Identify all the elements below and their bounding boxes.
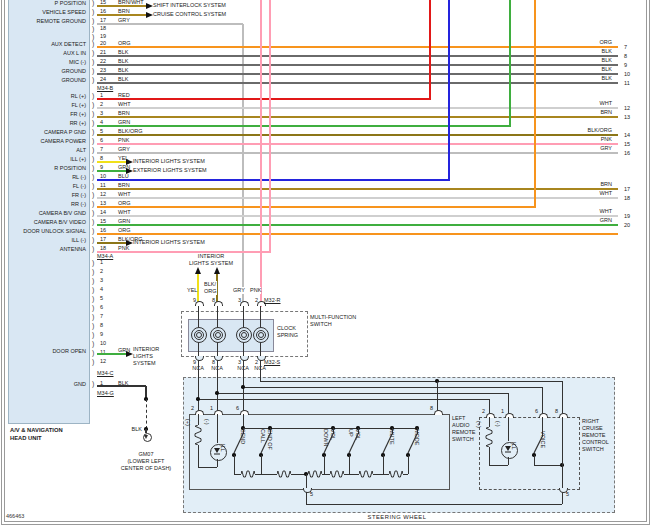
wire <box>97 55 618 57</box>
pin-number: 5 <box>566 491 569 498</box>
pin-number: 9 <box>100 331 103 338</box>
pin-bracket: ) <box>92 245 94 254</box>
head-unit-name-line1: A/V & NAVIGATION <box>10 427 63 433</box>
right-pin-number: 8 <box>624 53 627 60</box>
wire <box>562 492 563 504</box>
pin-bracket: ) <box>92 128 94 137</box>
circuit-label: DOOR OPEN <box>6 348 86 355</box>
connector-name: M34-G <box>97 390 114 397</box>
ground-location: (LOWER LEFT <box>111 458 181 465</box>
pin-bracket: ) <box>92 277 94 286</box>
switch-label: MODE <box>413 429 420 446</box>
ground-location: CENTER OF DASH) <box>111 465 181 472</box>
right-cruise-switch-box <box>479 417 580 490</box>
circuit-label: FR (-) <box>2 192 86 199</box>
wire <box>97 134 618 136</box>
circuit-label: GROUND <box>6 68 86 75</box>
wire <box>97 179 450 181</box>
circuit-label: AUX DETECT <box>6 41 86 48</box>
connector-pin-icon <box>539 413 548 418</box>
right-pin-number: 9 <box>624 62 627 69</box>
circuit-label: RL (+) <box>2 93 86 100</box>
circuit-label: ALT <box>2 147 86 154</box>
switch-label: SEND <box>239 429 246 444</box>
wire <box>198 445 199 467</box>
pin-number: 3 <box>100 277 103 284</box>
pin-bracket: ) <box>92 182 94 191</box>
wire-color: PNK <box>250 287 261 294</box>
multifunction-switch-label: SWITCH <box>310 321 332 328</box>
pin-bracket: ) <box>92 155 94 164</box>
wire <box>562 381 563 417</box>
circuit-label: P POSITION <box>6 0 86 7</box>
pin-bracket: ) <box>92 8 94 17</box>
circuit-label: GROUND <box>6 77 86 84</box>
system-label: INTERIOR LIGHTS SYSTEM <box>133 239 205 246</box>
connector-pin-icon <box>559 413 568 418</box>
connector-name: M32-R <box>264 297 281 304</box>
circuit-label: CAMERA B/V GND <box>2 210 86 217</box>
pin-bracket: ) <box>92 146 94 155</box>
circuit-label: REMOTE GROUND <box>6 18 86 25</box>
pin-bracket: ) <box>92 110 94 119</box>
wire <box>97 5 146 7</box>
wire <box>373 474 383 475</box>
system-label: INTERIOR <box>133 346 159 353</box>
switch-label: VOICE <box>539 431 546 448</box>
pin-bracket: ) <box>92 218 94 227</box>
pin-bracket: ) <box>92 92 94 101</box>
wire <box>243 387 542 388</box>
wire <box>97 170 126 172</box>
wire <box>260 0 262 307</box>
wire-color: BRN <box>572 181 612 188</box>
pin-number: 6 <box>100 304 103 311</box>
pin-bracket: ) <box>92 0 94 8</box>
pin-number: 8 <box>555 408 558 415</box>
pin-number: 5 <box>310 491 313 498</box>
connector-name: M34-B <box>97 85 113 92</box>
pin-number: 19 <box>100 33 106 40</box>
pin-bracket: ) <box>92 349 94 358</box>
circuit-label: GND <box>46 381 86 388</box>
pin-number: 5 <box>100 295 103 302</box>
wire <box>97 46 618 48</box>
pin-number: 1 <box>501 408 504 415</box>
wire <box>306 504 562 505</box>
switch-label: END OF CALL <box>259 429 273 450</box>
wire <box>261 474 277 475</box>
schematic-shape <box>277 470 291 478</box>
pin-bracket: ) <box>92 313 94 322</box>
pin-bracket: ) <box>92 236 94 245</box>
polarity-label: (+) <box>184 419 191 426</box>
wire <box>97 14 146 16</box>
schematic-shape <box>359 470 373 478</box>
circuit-label: ILL (-) <box>2 237 86 244</box>
switch-label: MUTE <box>388 429 395 445</box>
polarity-label: (-) <box>494 421 501 427</box>
wire <box>408 455 409 474</box>
circuit-label: CAMERA P GND <box>2 129 86 136</box>
clockspring-coil-icon <box>215 332 221 338</box>
pin-bracket: ) <box>92 380 94 389</box>
pin-bracket: ) <box>92 119 94 128</box>
schematic-shape <box>330 470 344 478</box>
pin-number: 8 <box>430 405 433 412</box>
wire <box>349 455 350 474</box>
wire-color: GRY <box>572 145 612 152</box>
pin-bracket: ) <box>92 101 94 110</box>
led-label: ILL <box>219 444 226 452</box>
system-label: INTERIOR LIGHTS SYSTEM <box>133 158 205 165</box>
right-pin-number: 20 <box>624 222 630 229</box>
arrow-up-icon <box>214 267 220 274</box>
pin-bracket: ) <box>92 322 94 331</box>
arrow-right-icon <box>146 12 153 18</box>
pin-number: 8 <box>100 322 103 329</box>
pin-number: 2 <box>191 405 194 412</box>
pin-bracket: ) <box>92 340 94 349</box>
connector-pin-icon <box>240 301 249 306</box>
wire <box>97 197 618 199</box>
circuit-label: VEHICLE SPEED <box>6 9 86 16</box>
pin-bracket: ) <box>92 76 94 85</box>
system-label: SHIFT INTERLOCK SYSTEM <box>153 2 226 9</box>
pin-bracket: ) <box>92 304 94 313</box>
